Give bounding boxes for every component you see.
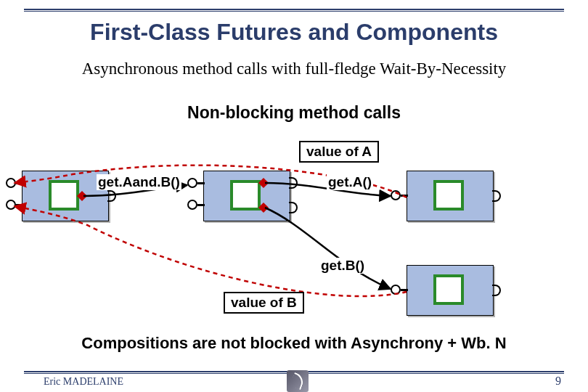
footer-logo-icon [287, 370, 309, 392]
label-get-aandb: get.Aand.B() [97, 174, 181, 190]
component-1-provided-1 [6, 178, 16, 188]
label-get-a: get.A() [327, 174, 373, 190]
diagram-area: value of A get.Aand.B() get.A() get.B() … [0, 131, 588, 327]
component-3-provided [391, 190, 401, 200]
component-1-inner [49, 180, 79, 211]
label-value-of-b: value of B [224, 292, 304, 314]
label-get-b: get.B() [319, 258, 366, 274]
component-2-provided-2 [187, 200, 197, 210]
author-name: Eric MADELAINE [44, 376, 123, 388]
component-2 [203, 171, 290, 221]
slide-subtitle: Asynchronous method calls with full-fled… [0, 60, 588, 78]
component-3-required [492, 190, 501, 202]
slide-subheading: Non-blocking method calls [0, 103, 588, 123]
component-2-inner [230, 180, 261, 211]
component-1-provided-2 [6, 200, 16, 210]
component-4-provided [391, 285, 401, 295]
component-1 [22, 171, 109, 221]
component-1-required [107, 190, 116, 202]
slide-title: First-Class Futures and Components [0, 19, 588, 46]
component-3 [407, 171, 494, 221]
label-value-of-a: value of A [299, 141, 379, 163]
component-4-required [492, 285, 501, 296]
component-4 [407, 265, 494, 316]
component-2-required-1 [289, 177, 298, 189]
slide-conclusion: Compositions are not blocked with Asynch… [0, 334, 588, 353]
component-4-inner [433, 274, 464, 305]
component-3-inner [433, 180, 464, 211]
top-divider [24, 9, 564, 12]
component-2-provided-1 [187, 178, 197, 188]
component-2-required-2 [289, 202, 298, 213]
page-number: 9 [555, 375, 561, 388]
